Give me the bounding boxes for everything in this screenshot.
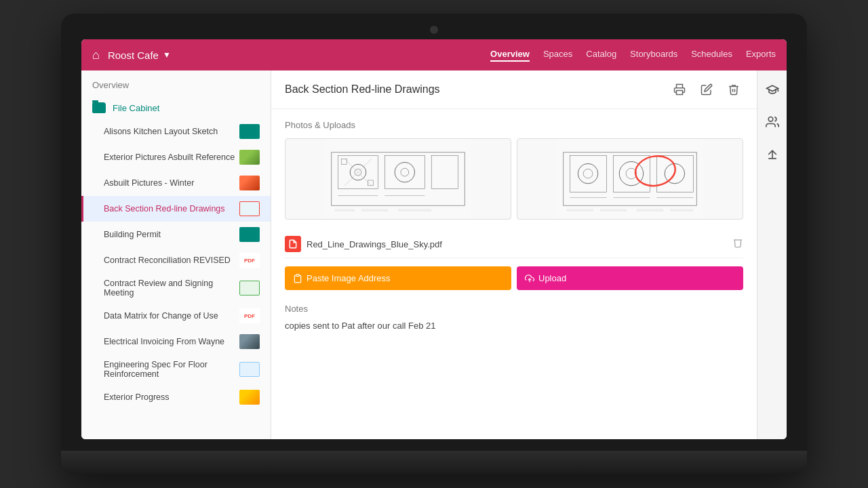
sidebar-header: Overview — [81, 70, 271, 97]
thumb-exterior-progress — [239, 390, 260, 405]
svg-rect-0 — [677, 91, 683, 95]
svg-rect-1 — [325, 139, 471, 219]
thumb-back-section — [239, 201, 260, 216]
file-attachment: Red_Line_Drawings_Blue_Sky.pdf — [285, 230, 743, 258]
home-icon[interactable]: ⌂ — [92, 48, 100, 62]
sidebar-item-electrical[interactable]: Electrical Invoicing From Wayne — [81, 329, 271, 354]
upload-button[interactable]: Upload — [517, 266, 743, 290]
right-panel — [757, 70, 787, 439]
upload-buttons: Paste Image Address Upload — [285, 266, 743, 290]
notes-section-label: Notes — [285, 304, 743, 314]
svg-point-45 — [768, 117, 773, 122]
sidebar-item-back-section[interactable]: Back Section Red-line Drawings — [81, 196, 271, 222]
svg-rect-40 — [600, 209, 627, 211]
nav-link-schedules[interactable]: Schedules — [691, 49, 732, 62]
project-name[interactable]: Roost Cafe — [108, 49, 159, 61]
laptop-base — [61, 451, 807, 474]
thumb-contract-reconciliation: PDF — [239, 253, 260, 268]
graduation-cap-icon[interactable] — [762, 79, 783, 100]
svg-rect-41 — [637, 209, 663, 211]
nav-links: Overview Spaces Catalog Storyboards Sche… — [490, 49, 776, 62]
notes-text: copies sent to Pat after our call Feb 21 — [285, 319, 743, 333]
sidebar: Overview File Cabinet Alisons Kitchen La… — [81, 70, 271, 439]
sidebar-item-building-permit[interactable]: Building Permit — [81, 222, 271, 247]
svg-rect-39 — [567, 209, 593, 211]
folder-icon — [92, 102, 106, 113]
content-header: Back Section Red-line Drawings — [271, 70, 757, 109]
nav-link-exports[interactable]: Exports — [746, 49, 776, 62]
paste-image-button[interactable]: Paste Image Address — [285, 266, 511, 290]
project-dropdown-icon[interactable]: ▼ — [163, 50, 171, 60]
thumb-electrical — [239, 334, 260, 349]
nav-link-spaces[interactable]: Spaces — [543, 49, 572, 62]
svg-rect-17 — [398, 209, 431, 211]
nav-link-overview[interactable]: Overview — [490, 49, 530, 62]
camera-notch — [430, 26, 438, 34]
nav-link-storyboards[interactable]: Storyboards — [630, 49, 677, 62]
sidebar-item-asbuilt-winter[interactable]: Asbuilt Pictures - Winter — [81, 170, 271, 196]
content-title: Back Section Red-line Drawings — [285, 83, 670, 96]
thumb-exterior — [239, 150, 260, 165]
people-icon[interactable] — [762, 111, 783, 133]
sidebar-item-data-matrix[interactable]: Data Matrix for Change of Use PDF — [81, 303, 271, 329]
thumb-contract-review — [239, 281, 260, 296]
sidebar-item-alisons-kitchen[interactable]: Alisons Kitchen Layout Sketch — [81, 119, 271, 144]
pdf-file-icon — [285, 236, 301, 252]
blueprint-right-image[interactable] — [517, 138, 743, 220]
thumb-alisons — [239, 124, 260, 139]
nav-link-catalog[interactable]: Catalog — [586, 49, 616, 62]
file-name: Red_Line_Drawings_Blue_Sky.pdf — [307, 239, 732, 249]
svg-rect-42 — [670, 209, 693, 211]
sidebar-item-exterior-asbuilt[interactable]: Exterior Pictures Asbuilt Reference — [81, 144, 271, 170]
sidebar-item-contract-reconciliation[interactable]: Contract Reconciliation REVISED PDF — [81, 247, 271, 273]
import-icon[interactable] — [762, 144, 783, 165]
photos-grid — [285, 138, 743, 220]
file-delete-button[interactable] — [732, 237, 743, 251]
header-actions — [670, 80, 743, 99]
svg-rect-16 — [361, 209, 388, 211]
file-cabinet-label: File Cabinet — [113, 103, 159, 113]
delete-button[interactable] — [724, 80, 743, 99]
thumb-engineering — [239, 362, 260, 377]
svg-rect-15 — [335, 209, 355, 211]
sidebar-items-list: Alisons Kitchen Layout Sketch Exterior P… — [81, 119, 271, 439]
svg-rect-43 — [296, 274, 300, 276]
thumb-data-matrix: PDF — [239, 308, 260, 323]
content-body: Photos & Uploads — [271, 109, 757, 439]
blueprint-left-image[interactable] — [285, 138, 511, 220]
thumb-asbuilt-winter — [239, 176, 260, 190]
navbar: ⌂ Roost Cafe ▼ Overview Spaces Catalog S… — [81, 39, 787, 70]
edit-button[interactable] — [697, 80, 716, 99]
sidebar-item-engineering[interactable]: Engineering Spec For Floor Reinforcement — [81, 354, 271, 384]
photos-section-label: Photos & Uploads — [285, 120, 743, 130]
thumb-building-permit — [239, 227, 260, 242]
content-area: Back Section Red-line Drawings — [271, 70, 757, 439]
sidebar-item-exterior-progress[interactable]: Exterior Progress — [81, 384, 271, 410]
file-cabinet-section[interactable]: File Cabinet — [81, 97, 271, 119]
sidebar-item-contract-review[interactable]: Contract Review and Signing Meeting — [81, 273, 271, 303]
print-button[interactable] — [670, 80, 689, 99]
